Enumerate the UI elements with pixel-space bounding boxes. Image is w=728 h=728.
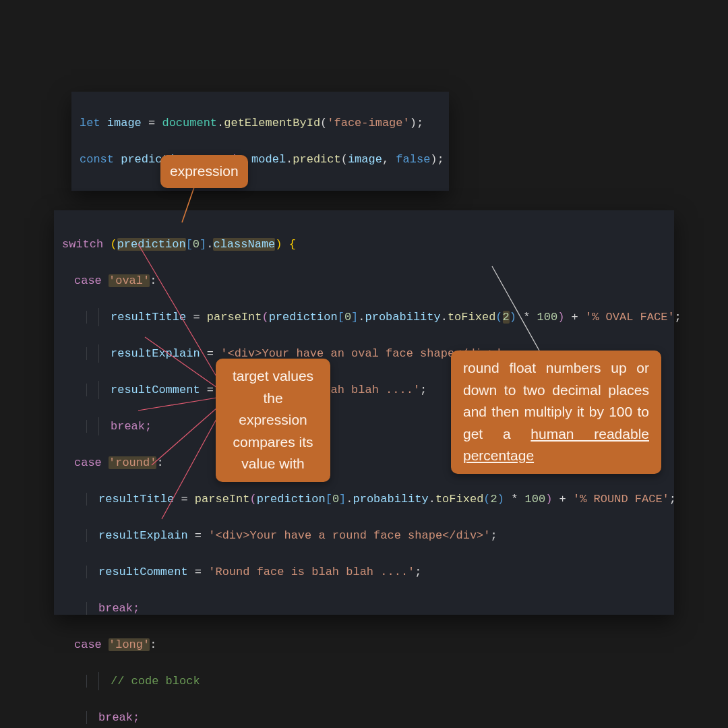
code-line: resultComment = 'Round face is blah blah…: [62, 563, 666, 581]
code-line: switch (prediction[0].className) {: [62, 235, 666, 253]
code-line: // code block: [62, 672, 666, 690]
code-line: const prediction = await model.predict(i…: [80, 150, 441, 169]
code-line: let image = document.getElementById('fac…: [80, 114, 441, 132]
code-line: break;: [62, 708, 666, 727]
annotation-expression: expression: [160, 155, 248, 188]
code-line: break;: [62, 599, 666, 617]
code-snippet-top: let image = document.getElementById('fac…: [71, 92, 449, 191]
code-line: case 'oval':: [62, 272, 666, 290]
annotation-text: expression: [170, 163, 239, 179]
code-line: resultTitle = parseInt(prediction[0].pro…: [62, 308, 666, 326]
code-line: resultTitle = parseInt(prediction[0].pro…: [62, 490, 666, 508]
annotation-target-values: target values the expression compares it…: [216, 359, 330, 482]
code-line: case 'long':: [62, 636, 666, 654]
code-line: resultExplain = '<div>Your have a round …: [62, 526, 666, 545]
annotation-text: target values the expression compares it…: [233, 368, 313, 471]
annotation-round-float: round float numbers up or down to two de…: [451, 351, 661, 474]
